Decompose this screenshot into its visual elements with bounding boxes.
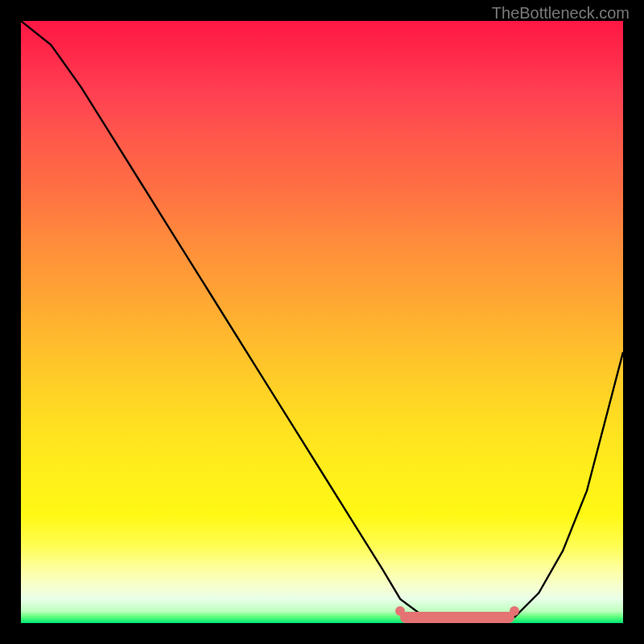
bottleneck-curve [21,21,623,623]
watermark-text: TheBottleneck.com [492,4,630,23]
plot-area [21,21,623,623]
optimal-band [400,612,514,623]
